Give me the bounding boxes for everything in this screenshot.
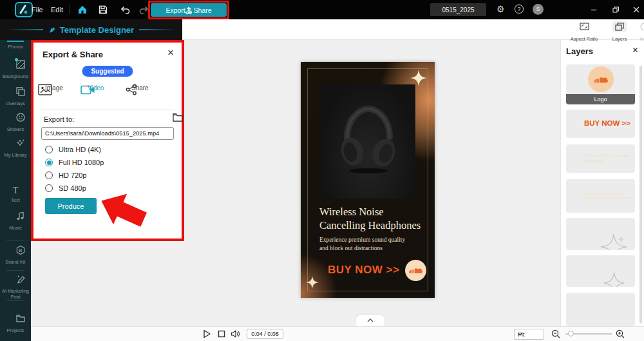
menu-edit[interactable]: Edit xyxy=(51,6,63,14)
layer-item-buy-now[interactable]: BUY NOW >> xyxy=(566,110,635,138)
sidebar-item-ai-marketing-post[interactable]: AI Marketing Post xyxy=(0,274,31,300)
poster-artboard[interactable]: Wireless Noise Cancelling Headphones Exp… xyxy=(301,62,435,298)
panel-close-icon[interactable]: × xyxy=(167,47,174,59)
notification-dot xyxy=(15,58,18,61)
layers-toggle-button[interactable]: Layers xyxy=(607,21,632,43)
avatar[interactable]: S xyxy=(533,4,544,15)
radio-icon[interactable] xyxy=(45,171,53,179)
layer-item-sparkle[interactable] xyxy=(566,255,635,287)
help-icon[interactable]: ? xyxy=(515,5,524,14)
poster-headline[interactable]: Wireless Noise Cancelling Headphones xyxy=(319,205,421,232)
sidebar: Photos Background Overlays Stickers My L… xyxy=(0,40,31,341)
info-button[interactable]: Info xyxy=(634,21,644,43)
layers-scrollbar[interactable] xyxy=(639,66,642,324)
sidebar-item-photos[interactable]: Photos xyxy=(0,43,31,50)
settings-gear-icon[interactable]: ⚙ xyxy=(497,4,505,14)
view-toolbar: Aspect Ratio Layers Info xyxy=(182,19,644,40)
svg-text:B: B xyxy=(19,248,22,253)
sidebar-item-music[interactable]: Music xyxy=(0,211,31,231)
app-logo-icon[interactable] xyxy=(15,2,33,17)
export-option-0[interactable]: Ultra HD (4K) xyxy=(45,145,174,154)
designer-title: Template Designer xyxy=(60,25,134,35)
export-to-label: Export to: xyxy=(44,115,74,123)
chevron-up-icon xyxy=(367,318,374,322)
cloud-logo-icon xyxy=(409,266,422,275)
sidebar-item-text[interactable]: T Text xyxy=(0,184,31,203)
sidebar-item-projects[interactable]: Projects xyxy=(0,313,31,333)
layer-item-subtext[interactable]: Experience premium sound quality and blo… xyxy=(566,179,635,213)
cloud-logo-icon xyxy=(594,75,608,84)
window-restore-button[interactable] xyxy=(612,6,620,14)
suggested-badge: Suggested xyxy=(82,66,133,77)
headphones-graphic xyxy=(333,99,404,176)
radio-icon[interactable] xyxy=(45,184,53,192)
sidebar-item-my-library[interactable]: My Library xyxy=(0,138,31,158)
annotation-arrow xyxy=(95,191,160,248)
panel-title: Export & Share xyxy=(43,50,103,59)
logo-thumbnail xyxy=(588,66,614,92)
layers-icon xyxy=(612,21,627,32)
sidebar-scroll-indicator xyxy=(7,41,24,42)
aspect-ratio-icon xyxy=(565,21,603,32)
poster-cta[interactable]: BUY NOW >> xyxy=(328,264,399,277)
layers-panel-title: Layers xyxy=(566,46,593,56)
panel-divider xyxy=(41,110,174,110)
info-icon xyxy=(634,21,644,32)
home-icon[interactable] xyxy=(77,5,88,15)
radio-icon[interactable] xyxy=(45,159,53,166)
menu-file[interactable]: File xyxy=(32,6,43,14)
undo-icon[interactable] xyxy=(120,5,130,15)
radio-icon[interactable] xyxy=(45,146,53,153)
decor-line xyxy=(6,29,43,30)
playback-bar: 0:04 / 0:08 Fit xyxy=(31,326,644,341)
sidebar-item-stickers[interactable]: Stickers xyxy=(0,112,31,132)
zoom-slider-handle[interactable] xyxy=(568,331,574,336)
sidebar-divider xyxy=(6,300,24,301)
layer-item[interactable] xyxy=(566,293,635,326)
layer-caption: Logo xyxy=(566,94,635,104)
sidebar-divider xyxy=(6,240,24,241)
titlebar: File Edit Export & Share 0515_2025 ⚙ ? S xyxy=(0,0,644,19)
export-option-2[interactable]: HD 720p xyxy=(45,171,174,180)
sidebar-item-brand-kit[interactable]: B Brand Kit xyxy=(0,245,31,265)
project-title: 0515_2025 xyxy=(430,3,486,16)
layer-item-headline[interactable]: Wireless Noise Cancelling Headphones xyxy=(566,144,635,173)
sidebar-item-overlays[interactable]: Overlays xyxy=(0,86,31,106)
headphones-photo xyxy=(321,84,415,199)
sparkle-icon xyxy=(410,70,427,89)
sparkle-icon xyxy=(306,276,319,291)
window-close-button[interactable] xyxy=(632,6,640,14)
zoom-fit-dropdown[interactable]: Fit xyxy=(514,329,544,340)
window-minimize-button[interactable] xyxy=(590,6,598,14)
poster-subtext[interactable]: Experience premium sound quality and blo… xyxy=(319,236,405,252)
brand-logo-badge[interactable] xyxy=(405,260,426,281)
produce-button[interactable]: Produce xyxy=(45,198,97,214)
layer-item-sparkle[interactable] xyxy=(566,218,635,250)
sidebar-item-background[interactable]: Background xyxy=(0,59,31,79)
export-share-button[interactable]: Export & Share xyxy=(151,3,227,17)
sidebar-divider xyxy=(6,270,24,271)
layers-panel-close-icon[interactable]: × xyxy=(632,44,638,56)
titlebar-divider xyxy=(70,5,70,14)
layer-item-logo[interactable]: Logo xyxy=(566,64,635,104)
chevron-down-icon xyxy=(518,333,522,336)
aspect-ratio-button[interactable]: Aspect Ratio xyxy=(565,21,603,43)
decor-line xyxy=(139,29,176,30)
export-option-1[interactable]: Full HD 1080p xyxy=(45,158,174,167)
save-icon[interactable] xyxy=(98,5,108,15)
export-share-highlight-box: Export & Share xyxy=(148,1,229,19)
designer-icon xyxy=(48,26,57,34)
designer-header: Template Designer xyxy=(0,19,182,40)
export-path-input[interactable] xyxy=(41,127,174,140)
timeline-collapse-tab[interactable] xyxy=(356,315,384,326)
time-display: 0:04 / 0:08 xyxy=(247,329,283,339)
layers-panel: Layers × Logo BUY NOW >> Wireless Noise … xyxy=(560,40,644,326)
text-icon: T xyxy=(13,186,19,196)
